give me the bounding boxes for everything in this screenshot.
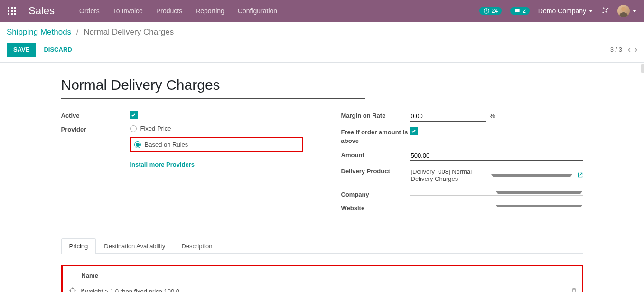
- dropdown-caret-icon: [491, 174, 572, 177]
- topbar: Sales Orders To Invoice Products Reporti…: [0, 0, 644, 22]
- provider-radio-group: Fixed Price Based on Rules: [130, 125, 303, 152]
- delivery-product-select[interactable]: [Delivery_008] Normal Delivery Charges: [410, 167, 573, 184]
- margin-input[interactable]: [410, 111, 486, 122]
- app-brand[interactable]: Sales: [28, 5, 55, 17]
- company-switcher[interactable]: Demo Company: [538, 7, 593, 15]
- tab-description[interactable]: Description: [173, 238, 220, 254]
- highlight-box: Based on Rules: [130, 137, 303, 152]
- radio-checked-icon: [134, 141, 141, 148]
- company-label: Demo Company: [538, 7, 586, 15]
- nav-products[interactable]: Products: [150, 4, 188, 18]
- chat-icon: [514, 8, 521, 14]
- topbar-right: 24 2 Demo Company: [479, 5, 636, 17]
- avatar[interactable]: [617, 5, 630, 17]
- nav-configuration[interactable]: Configuration: [232, 4, 283, 18]
- company-label: Company: [341, 190, 410, 198]
- tab-destination[interactable]: Destination Availability: [96, 238, 173, 254]
- website-label: Website: [341, 204, 410, 212]
- pricing-rules-table: Name if weight > 1.0 then fixed price 10…: [61, 265, 583, 292]
- provider-fixed-option[interactable]: Fixed Price: [130, 125, 303, 132]
- provider-rules-label: Based on Rules: [145, 141, 188, 148]
- nav-menu: Orders To Invoice Products Reporting Con…: [74, 4, 283, 18]
- activity-badge[interactable]: 24: [479, 7, 502, 15]
- tab-pricing[interactable]: Pricing: [61, 238, 96, 254]
- company-select[interactable]: [410, 190, 583, 196]
- provider-label: Provider: [61, 125, 130, 133]
- record-title-input[interactable]: [61, 74, 365, 99]
- install-providers-link[interactable]: Install more Providers: [130, 161, 303, 168]
- breadcrumb: Shipping Methods / Normal Delivery Charg…: [7, 28, 174, 37]
- nav-orders[interactable]: Orders: [74, 4, 105, 18]
- settings-icon[interactable]: [601, 7, 609, 16]
- svg-point-1: [621, 7, 626, 11]
- right-column: Margin on Rate % Free if order amount is…: [341, 111, 583, 217]
- free-if-checkbox[interactable]: [410, 127, 418, 135]
- pager: 3 / 3 ‹ ›: [610, 45, 637, 55]
- pager-next[interactable]: ›: [635, 45, 637, 55]
- external-link-icon[interactable]: [577, 172, 583, 179]
- pct-label: %: [490, 113, 495, 120]
- delivery-product-value: [Delivery_008] Normal Delivery Charges: [411, 168, 488, 182]
- chat-badge[interactable]: 2: [510, 7, 530, 15]
- amount-input[interactable]: [410, 151, 583, 161]
- provider-rules-option[interactable]: Based on Rules: [134, 141, 188, 148]
- user-caret-icon[interactable]: [633, 10, 636, 12]
- clock-icon: [483, 8, 490, 14]
- nav-to-invoice[interactable]: To Invoice: [107, 4, 149, 18]
- table-row[interactable]: if weight > 1.0 then fixed price 100.0: [63, 284, 582, 292]
- breadcrumb-current: Normal Delivery Charges: [84, 28, 174, 37]
- apps-icon[interactable]: [8, 7, 16, 15]
- save-button[interactable]: SAVE: [7, 43, 36, 57]
- radio-icon: [130, 125, 137, 132]
- nav-reporting[interactable]: Reporting: [190, 4, 230, 18]
- free-if-label: Free if order amount is above: [341, 127, 410, 145]
- left-column: Active Provider Fixed Price: [61, 111, 303, 217]
- discard-button[interactable]: DISCARD: [44, 46, 72, 53]
- rule-text: if weight > 1.0 then fixed price 100.0: [81, 288, 571, 292]
- table-header-name: Name: [63, 266, 582, 284]
- breadcrumb-bar: Shipping Methods / Normal Delivery Charg…: [0, 22, 644, 37]
- active-label: Active: [61, 111, 130, 119]
- dropdown-caret-icon: [496, 205, 582, 207]
- active-checkbox[interactable]: [130, 111, 138, 119]
- pager-prev[interactable]: ‹: [628, 45, 631, 55]
- check-icon: [411, 129, 416, 134]
- svg-point-2: [619, 12, 628, 17]
- dropdown-caret-icon: [496, 191, 582, 194]
- margin-label: Margin on Rate: [341, 111, 410, 119]
- check-icon: [131, 113, 136, 118]
- breadcrumb-root[interactable]: Shipping Methods: [7, 28, 71, 37]
- amount-label: Amount: [341, 151, 410, 159]
- caret-down-icon: [589, 10, 593, 12]
- scrollbar-indicator: [641, 64, 644, 73]
- provider-fixed-label: Fixed Price: [140, 125, 171, 132]
- delete-icon[interactable]: [571, 288, 577, 292]
- pager-text: 3 / 3: [610, 46, 622, 53]
- chat-count: 2: [523, 8, 526, 14]
- drag-handle-icon[interactable]: [69, 287, 76, 292]
- tabs: Pricing Destination Availability Descrip…: [61, 238, 583, 254]
- activity-count: 24: [492, 8, 498, 14]
- form-sheet: Active Provider Fixed Price: [61, 63, 583, 292]
- breadcrumb-sep: /: [76, 28, 79, 37]
- action-bar: SAVE DISCARD 3 / 3 ‹ ›: [0, 37, 644, 63]
- website-select[interactable]: [410, 204, 583, 209]
- delivery-product-label: Delivery Product: [341, 167, 410, 175]
